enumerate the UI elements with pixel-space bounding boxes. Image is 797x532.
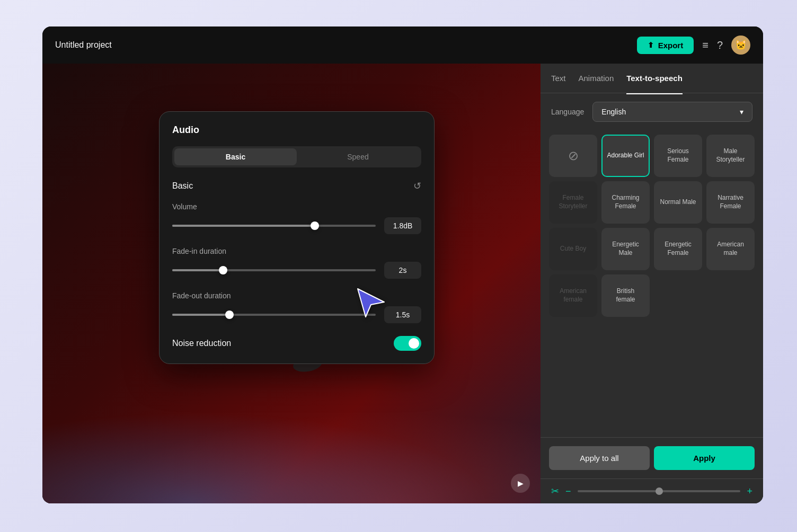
fade-out-track[interactable]	[172, 314, 376, 316]
voice-label: Energetic Male	[607, 241, 644, 257]
language-label: Language	[551, 108, 584, 116]
fade-in-label: Fade-in duration	[172, 247, 421, 255]
section-title: Basic	[172, 181, 193, 191]
zoom-slider[interactable]	[578, 490, 741, 492]
fade-out-thumb[interactable]	[225, 311, 234, 319]
fade-in-control: 2s	[172, 262, 421, 279]
tab-basic[interactable]: Basic	[174, 148, 297, 165]
noise-toggle[interactable]	[394, 336, 421, 351]
fade-out-value: 1.5s	[384, 306, 421, 323]
volume-fill	[172, 225, 315, 227]
voice-card-adorable-girl[interactable]: Adorable Girl	[601, 135, 650, 177]
modal-tabs: Basic Speed	[172, 146, 421, 167]
voice-label: Charming Female	[607, 194, 644, 210]
fade-out-control: 1.5s	[172, 306, 421, 323]
voice-label: Normal Male	[660, 198, 696, 207]
header: Untitled project Export ≡ ? 🐱	[42, 26, 763, 64]
play-button[interactable]: ▶	[511, 474, 530, 493]
voice-grid: ⊘ Adorable Girl Serious Female Male Stor…	[541, 130, 763, 437]
avatar[interactable]: 🐱	[731, 36, 750, 55]
fade-out-fill	[172, 314, 229, 316]
voice-card-female-storyteller[interactable]: Female Storyteller	[549, 181, 597, 224]
fade-in-value: 2s	[384, 262, 421, 279]
voice-label: Adorable Girl	[607, 152, 644, 160]
basic-section-header: Basic ↺	[172, 180, 421, 192]
tab-speed[interactable]: Speed	[297, 148, 419, 165]
voice-card-energetic-female[interactable]: Energetic Female	[654, 228, 702, 270]
main-content: ▶ Audio Basic Speed Basic ↺ Volume	[42, 64, 763, 503]
noise-reduction-row: Noise reduction	[172, 336, 421, 351]
fade-in-thumb[interactable]	[219, 266, 227, 274]
volume-track[interactable]	[172, 225, 376, 227]
fade-out-row: Fade-out duration 1.5s	[172, 291, 421, 323]
voice-label: British female	[607, 287, 644, 304]
modal-title: Audio	[172, 125, 421, 136]
fade-in-fill	[172, 269, 223, 271]
panel-tabs: Text Animation Text-to-speech	[541, 64, 763, 93]
help-icon[interactable]: ?	[717, 39, 723, 51]
voice-card-charming-female[interactable]: Charming Female	[601, 181, 650, 224]
language-value: English	[601, 108, 626, 116]
zoom-out-icon[interactable]: −	[565, 486, 571, 497]
voice-card-energetic-male[interactable]: Energetic Male	[601, 228, 650, 270]
voice-label: Narrative Female	[712, 194, 749, 210]
volume-row: Volume 1.8dB	[172, 202, 421, 234]
light-effects	[42, 397, 541, 503]
menu-icon[interactable]: ≡	[702, 39, 709, 51]
zoom-bar: ✂ − +	[541, 478, 763, 503]
project-title: Untitled project	[55, 40, 112, 50]
fade-out-label: Fade-out duration	[172, 291, 421, 300]
voice-label: Male Storyteller	[712, 147, 749, 164]
noise-label: Noise reduction	[172, 339, 231, 348]
canvas-area: ▶ Audio Basic Speed Basic ↺ Volume	[42, 64, 541, 503]
language-select[interactable]: English ▾	[592, 102, 752, 122]
voice-card-narrative-female[interactable]: Narrative Female	[706, 181, 755, 224]
tab-tts[interactable]: Text-to-speech	[626, 72, 683, 85]
fade-in-row: Fade-in duration 2s	[172, 247, 421, 279]
right-panel: Text Animation Text-to-speech Language E…	[541, 64, 763, 503]
language-row: Language English ▾	[541, 93, 763, 130]
app-container: Untitled project Export ≡ ? 🐱	[42, 26, 763, 503]
apply-to-all-button[interactable]: Apply to all	[549, 446, 650, 470]
reset-icon[interactable]: ↺	[413, 180, 421, 192]
voice-card-normal-male[interactable]: Normal Male	[654, 181, 702, 224]
header-actions: Export ≡ ? 🐱	[637, 36, 750, 55]
volume-label: Volume	[172, 202, 421, 211]
export-button[interactable]: Export	[637, 37, 694, 54]
voice-card-american-male[interactable]: American male	[706, 228, 755, 270]
voice-card-american-female[interactable]: American female	[549, 274, 597, 317]
voice-label: American male	[712, 241, 749, 257]
audio-modal: Audio Basic Speed Basic ↺ Volume	[159, 111, 435, 364]
voice-label: Cute Boy	[560, 245, 586, 253]
tab-text[interactable]: Text	[551, 72, 566, 85]
volume-control: 1.8dB	[172, 217, 421, 234]
scissors-icon[interactable]: ✂	[551, 485, 559, 497]
panel-footer: Apply to all Apply	[541, 437, 763, 478]
voice-label: Female Storyteller	[554, 194, 592, 210]
fade-in-track[interactable]	[172, 269, 376, 271]
volume-value: 1.8dB	[384, 217, 421, 234]
voice-card-serious-female[interactable]: Serious Female	[654, 135, 702, 177]
voice-card-male-storyteller[interactable]: Male Storyteller	[706, 135, 755, 177]
toggle-thumb	[409, 338, 419, 349]
apply-button[interactable]: Apply	[654, 446, 755, 470]
chevron-down-icon: ▾	[740, 108, 743, 116]
zoom-in-icon[interactable]: +	[747, 486, 752, 497]
voice-label: American female	[554, 287, 592, 304]
noise-reduction-label: Noise reduction	[172, 339, 231, 348]
voice-card-none[interactable]: ⊘	[549, 135, 597, 177]
volume-thumb[interactable]	[311, 221, 319, 230]
voice-card-cute-boy[interactable]: Cute Boy	[549, 228, 597, 270]
voice-card-british-female[interactable]: British female	[601, 274, 650, 317]
no-voice-icon: ⊘	[568, 147, 579, 164]
zoom-thumb	[656, 487, 663, 495]
voice-label: Serious Female	[659, 147, 697, 164]
voice-label: Energetic Female	[659, 241, 697, 257]
tab-animation[interactable]: Animation	[579, 72, 614, 85]
